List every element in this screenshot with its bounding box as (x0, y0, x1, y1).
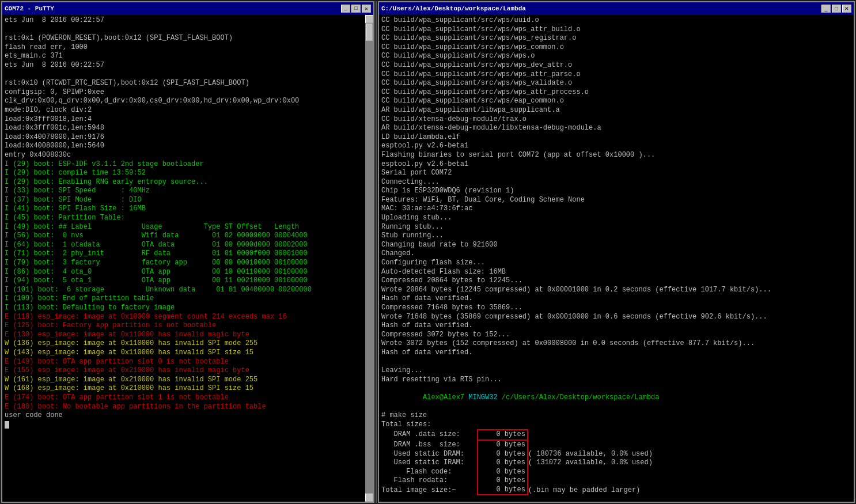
putty-terminal: ▲ ▼ ets Jun 8 2016 00:22:57 rst:0x1 (POW… (2, 15, 373, 502)
line-entry: entry 0x4008030c (5, 151, 364, 160)
line-load4: load:0x40080000,len:5640 (5, 142, 364, 151)
prompt1-shell: MINGW32 (468, 393, 497, 401)
line-clk: clk_drv:0x00,q_drv:0x00,d_drv:0x00,cs0_d… (5, 97, 364, 106)
boot-spi-speed: I (33) boot: SPI Speed : 40MHz (5, 187, 364, 196)
line-rst1: rst:0x1 (POWERON_RESET),boot:0x12 (SPI_F… (5, 34, 364, 43)
cmd-titlebar: C:/Users/Alex/Desktop/workspace/Lambda _… (379, 2, 854, 15)
boot-err-factory: E (125) boot: Factory app partition is n… (5, 321, 364, 331)
bytes-static-dram: 0 bytes (477, 450, 528, 459)
size-row-total: Total image size:~ 0 bytes (.bin may be … (381, 486, 851, 496)
boot-warn-spi-size1: W (143) esp_image: image at 0x110000 has… (5, 348, 364, 358)
line-blank-2 (5, 70, 364, 79)
size-row-dram-bss: DRAM .bss size: 0 bytes (381, 441, 851, 450)
line-1: ets Jun 8 2016 00:22:57 (5, 16, 364, 25)
ar-wpa: AR build/wpa_supplicant/libwpa_supplican… (381, 106, 851, 115)
prompt-line-1: Alex@Alex7 MINGW32 /c/Users/Alex/Desktop… (381, 384, 851, 411)
boot-factory: I (79) boot: 3 factory factory app 00 00… (5, 259, 364, 268)
scroll-down-arrow[interactable]: ▼ (365, 494, 373, 502)
boot-err-magic2: E (155) esp_image: image at 0x210000 has… (5, 366, 364, 376)
baud-rate: Changing baud rate to 921600 (381, 241, 851, 250)
make-size-cmd: # make size (381, 411, 851, 420)
features: Features: WiFi, BT, Dual Core, Coding Sc… (381, 196, 851, 205)
cc-dev-attr: CC build/wpa_supplicant/src/wps/wps_dev_… (381, 61, 851, 70)
boot-otadata: I (64) boot: 1 otadata OTA data 01 00 00… (5, 241, 364, 250)
wrote1: Wrote 20864 bytes (12245 compressed) at … (381, 286, 851, 295)
cc-validate: CC build/wpa_supplicant/src/wps/wps_vali… (381, 79, 851, 88)
blank-line (381, 358, 851, 367)
compressed1: Compressed 20864 bytes to 12245... (381, 276, 851, 286)
boot-err-magic1: E (130) esp_image: image at 0x110000 has… (5, 331, 364, 340)
boot-warn-spi-mode2: W (161) esp_image: image at 0x210000 has… (5, 376, 364, 385)
cc-common: CC build/wpa_supplicant/src/wps/wps_comm… (381, 43, 851, 52)
boot-nvs: I (56) boot: 0 nvs Wifi data 01 02 00009… (5, 232, 364, 241)
boot-rng: I (29) boot: Enabling RNG early entropy … (5, 178, 364, 187)
compressed2: Compressed 71648 bytes to 35869... (381, 304, 851, 313)
bytes-dram-data: 0 bytes (477, 429, 528, 441)
scroll-thumb[interactable] (366, 24, 373, 41)
changed: Changed. (381, 249, 851, 259)
boot-err-ota1: E (174) boot: OTA app partition slot 1 i… (5, 393, 364, 403)
cc-attr-parse: CC build/wpa_supplicant/src/wps/wps_attr… (381, 70, 851, 79)
bytes-static-iram: 0 bytes (477, 458, 528, 468)
config-flash: Configuring flash size... (381, 259, 851, 268)
hard-reset: Hard resetting via RTS pin... (381, 376, 851, 385)
putty-scrollbar[interactable]: ▲ ▼ (365, 15, 373, 502)
esptool-v2: esptool.py v2.6-beta1 (381, 160, 851, 169)
putty-minimize-btn[interactable]: _ (341, 5, 350, 13)
scroll-up-arrow[interactable]: ▲ (365, 15, 373, 23)
boot-ota1: I (94) boot: 5 ota_1 OTA app 00 11 00210… (5, 276, 364, 286)
boot-err-ota0: E (149) boot: OTA app partition slot 0 i… (5, 358, 364, 367)
cc-wps: CC build/wpa_supplicant/src/wps/wps.o (381, 52, 851, 61)
prompt1-path: /c/Users/Alex/Desktop/workspace/Lambda (502, 393, 660, 401)
boot-defaulting: I (113) boot: Defaulting to factory imag… (5, 304, 364, 313)
chip-info: Chip is ESP32D0WDQ6 (revision 1) (381, 187, 851, 196)
line-2: ets Jun 8 2016 00:22:57 (5, 61, 364, 70)
boot-spi-size: I (41) boot: SPI Flash Size : 16MB (5, 204, 364, 214)
cc-eap-common: CC build/wpa_supplicant/src/wps/eap_comm… (381, 97, 851, 106)
connecting: Connecting.... (381, 178, 851, 187)
line-load3: load:0x40078000,len:9176 (5, 133, 364, 142)
line-load2: load:0x3fff001c,len:5948 (5, 124, 364, 133)
stub-running: Stub running... (381, 232, 851, 241)
bytes-flash-rodata: 0 bytes (477, 476, 528, 486)
cmd-minimize-btn[interactable]: _ (821, 5, 831, 13)
line-mode: mode:DIO, clock div:2 (5, 106, 364, 115)
mac-addr: MAC: 30:ae:a4:73:6f:ac (381, 204, 851, 214)
putty-window: COM72 - PuTTY _ □ ✕ ▲ (1, 1, 374, 503)
boot-warn-spi-mode1: W (136) esp_image: image at 0x110000 has… (5, 339, 364, 348)
leaving: Leaving... (381, 366, 851, 376)
size-table: DRAM .data size: 0 bytes DRAM .bss size:… (381, 429, 851, 495)
cmd-close-btn[interactable]: ✕ (842, 5, 851, 13)
prompt1-user: Alex@Alex7 (423, 393, 464, 401)
boot-partition-header: I (49) boot: ## Label Usage Type ST Offs… (5, 223, 364, 232)
cmd-maximize-btn[interactable]: □ (832, 5, 841, 13)
uploading-stub: Uploading stub... (381, 214, 851, 223)
compressed3: Compressed 3072 bytes to 152... (381, 331, 851, 340)
cc-uuid: CC build/wpa_supplicant/src/wps/uuid.o (381, 16, 851, 25)
line-blank-1 (5, 25, 364, 35)
cmd-title: C:/Users/Alex/Desktop/workspace/Lambda (381, 5, 526, 12)
running-stub: Running stub... (381, 223, 851, 232)
putty-window-controls: _ □ ✕ (341, 5, 371, 13)
putty-output: ets Jun 8 2016 00:22:57 rst:0x1 (POWERON… (5, 16, 364, 429)
cc-attr-process: CC build/wpa_supplicant/src/wps/wps_attr… (381, 88, 851, 97)
boot-end-partition: I (109) boot: End of partition table (5, 294, 364, 304)
line-flash-err: flash read err, 1000 (5, 43, 364, 52)
ld-lambda: LD build/lambda.elf (381, 133, 851, 142)
cc-attr-build: CC build/wpa_supplicant/src/wps/wps_attr… (381, 25, 851, 35)
putty-close-btn[interactable]: ✕ (362, 5, 371, 13)
flashing-binaries: Flashing binaries to serial port COM72 (… (381, 151, 851, 160)
hash1: Hash of data verified. (381, 294, 851, 304)
scroll-track[interactable] (365, 23, 373, 494)
boot-err-noboot: E (180) boot: No bootable app partitions… (5, 403, 364, 412)
putty-maximize-btn[interactable]: □ (351, 5, 361, 13)
prompt-line-2: Alex@Alex7 MINGW32 /c/Users/Alex/Desktop… (381, 495, 851, 502)
line-configsip: configsip: 0, SPIWP:0xee (5, 88, 364, 97)
hash3: Hash of data verified. (381, 348, 851, 358)
boot-spi-mode: I (37) boot: SPI Mode : DIO (5, 196, 364, 205)
bytes-total: 0 bytes (477, 486, 528, 496)
boot-espidf: I (29) boot: ESP-IDF v3.1.1 2nd stage bo… (5, 160, 364, 169)
cc-registrar: CC build/wpa_supplicant/src/wps/wps_regi… (381, 34, 851, 43)
boot-ota0: I (86) boot: 4 ota_0 OTA app 00 10 00110… (5, 268, 364, 277)
serial-port: Serial port COM72 (381, 169, 851, 178)
